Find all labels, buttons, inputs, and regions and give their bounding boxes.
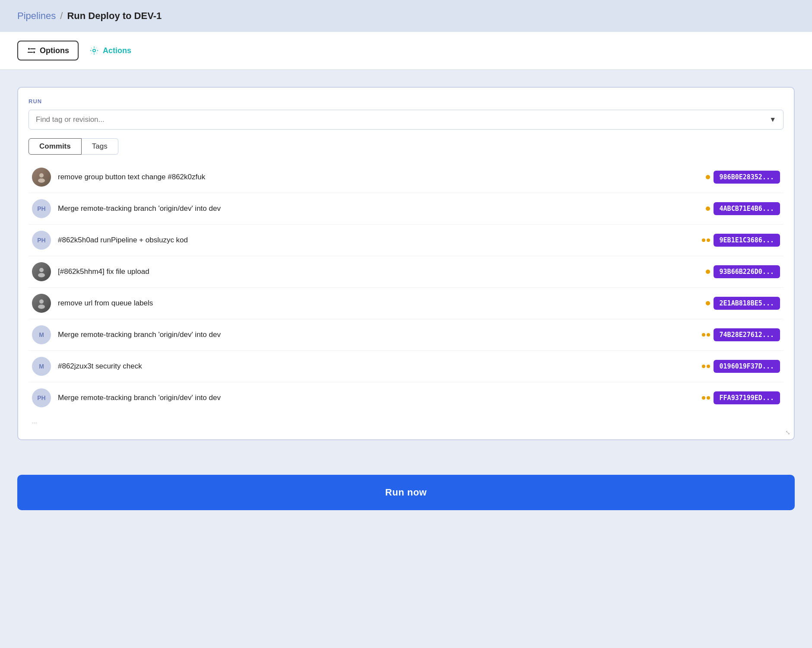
status-indicator [702,238,710,242]
tag-revision-dropdown[interactable]: ▼ [29,110,783,130]
status-indicator [706,301,710,305]
commit-hash-badge[interactable]: 9EB1E1C3686... [714,234,780,247]
avatar [32,262,51,281]
commits-tags-tabs: Commits Tags [29,138,783,155]
avatar [32,294,51,313]
main-content: RUN ▼ Commits Tags remove group button t… [0,70,812,475]
commit-message: #862jzux3t security check [58,362,695,371]
commit-hash-area: FFA937199ED... [702,391,780,404]
commit-hash-badge[interactable]: 986B0E28352... [714,171,780,184]
status-indicator [702,365,710,368]
commit-row[interactable]: [#862k5hhm4] fix file upload93B66B226D0.… [29,256,783,288]
tab-commits[interactable]: Commits [29,138,82,155]
commit-message: Merge remote-tracking branch 'origin/dev… [58,204,699,213]
svg-point-6 [38,178,45,183]
svg-point-5 [39,173,44,178]
svg-point-0 [28,48,30,50]
commit-hash-badge[interactable]: 74B28E27612... [714,328,780,341]
commit-row[interactable]: MMerge remote-tracking branch 'origin/de… [29,319,783,351]
tag-revision-input[interactable] [36,115,769,124]
avatar: M [32,325,51,344]
avatar: PH [32,199,51,218]
commit-row[interactable]: PHMerge remote-tracking branch 'origin/d… [29,193,783,225]
commit-row[interactable]: PH#862k5h0ad runPipeline + obsluzyc kod9… [29,225,783,256]
run-label: RUN [29,98,783,105]
run-card: RUN ▼ Commits Tags remove group button t… [17,87,795,440]
breadcrumb-separator: / [60,10,63,22]
commit-hash-area: 2E1AB818BE5... [706,297,780,310]
commit-hash-badge[interactable]: 0196019F37D... [714,360,780,373]
status-indicator [706,270,710,274]
commit-row[interactable]: remove group button text change #862k0zf… [29,162,783,193]
svg-point-7 [39,268,44,272]
commit-hash-badge[interactable]: FFA937199ED... [714,391,780,404]
commit-message: remove url from queue labels [58,299,699,308]
commit-message: Merge remote-tracking branch 'origin/dev… [58,394,695,402]
svg-point-2 [33,51,35,53]
breadcrumb-current-page: Run Deploy to DEV-1 [67,10,162,22]
commit-hash-area: 4ABCB71E4B6... [706,202,780,215]
commit-hash-area: 0196019F37D... [702,360,780,373]
options-button[interactable]: Options [17,41,79,60]
run-now-button[interactable]: Run now [17,475,795,510]
actions-button[interactable]: Actions [89,45,131,56]
breadcrumb-pipelines-link[interactable]: Pipelines [17,10,56,22]
svg-point-10 [38,305,45,309]
commit-hash-area: 986B0E28352... [706,171,780,184]
commit-hash-badge[interactable]: 4ABCB71E4B6... [714,202,780,215]
commit-row[interactable]: M#862jzux3t security check0196019F37D... [29,351,783,382]
commit-row[interactable]: remove url from queue labels2E1AB818BE5.… [29,288,783,319]
options-icon [27,46,36,55]
commit-message: remove group button text change #862k0zf… [58,173,699,181]
commit-hash-badge[interactable]: 93B66B226D0... [714,265,780,278]
commit-message: [#862k5hhm4] fix file upload [58,267,699,276]
toolbar: Options Actions [0,32,812,70]
avatar: M [32,357,51,376]
commit-hash-area: 93B66B226D0... [706,265,780,278]
run-now-section: Run now [0,475,812,527]
commit-hash-area: 9EB1E1C3686... [702,234,780,247]
commit-row[interactable]: PHMerge remote-tracking branch 'origin/d… [29,382,783,413]
commit-hash-area: 74B28E27612... [702,328,780,341]
avatar [32,168,51,187]
truncated-indicator: ... [29,413,783,429]
status-indicator [702,333,710,337]
avatar: PH [32,388,51,407]
commit-hash-badge[interactable]: 2E1AB818BE5... [714,297,780,310]
resize-handle[interactable]: ⤡ [785,429,790,436]
svg-point-9 [39,299,44,304]
status-indicator [706,206,710,211]
actions-gear-icon [89,45,99,56]
tab-tags[interactable]: Tags [82,138,118,155]
svg-point-8 [38,273,45,277]
commit-list: remove group button text change #862k0zf… [29,162,783,413]
svg-point-4 [93,49,95,52]
status-indicator [702,396,710,400]
status-indicator [706,175,710,179]
commit-message: Merge remote-tracking branch 'origin/dev… [58,330,695,339]
avatar: PH [32,231,51,250]
commit-message: #862k5h0ad runPipeline + obsluzyc kod [58,236,695,245]
breadcrumb: Pipelines / Run Deploy to DEV-1 [0,0,812,32]
dropdown-arrow-icon: ▼ [769,116,776,124]
